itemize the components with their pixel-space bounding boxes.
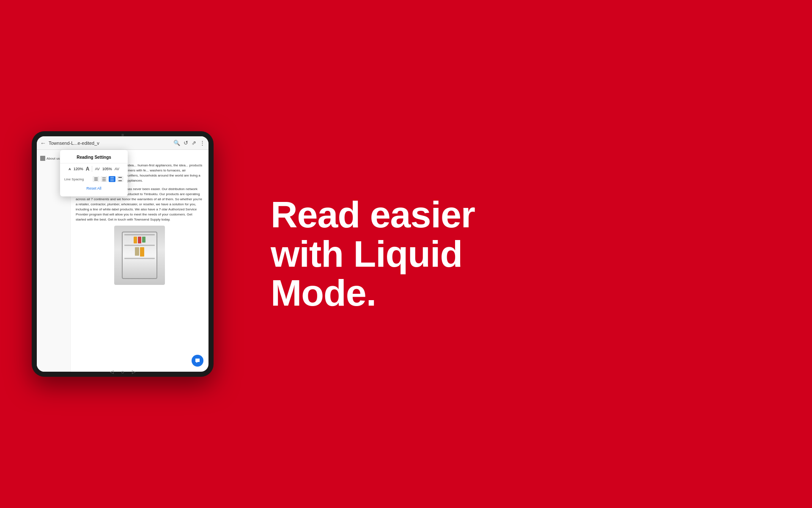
reading-settings-popup: Reading Settings A 120% A AV 105% AV Lin…	[60, 150, 128, 196]
search-icon[interactable]: 🔍	[173, 140, 180, 146]
share-icon[interactable]: ⇗	[192, 140, 196, 146]
nav-home-button[interactable]: ○	[121, 369, 124, 375]
chat-fab-button[interactable]	[192, 355, 203, 367]
nav-recent-button[interactable]: ▷	[132, 369, 135, 375]
popup-title: Reading Settings	[60, 153, 128, 163]
tablet-screen: ← Townsend-L...e-edited_v 🔍 ↺ ⇗ ⋮ About …	[37, 136, 208, 372]
nav-back-button[interactable]: ◁	[110, 369, 113, 375]
font-increase-button[interactable]: A	[86, 166, 90, 172]
hero-text: Read easier with Liquid Mode.	[271, 195, 475, 312]
hero-line-3: Mode.	[271, 272, 376, 314]
topbar-icons: 🔍 ↺ ⇗ ⋮	[173, 140, 205, 146]
sidebar-item-icon	[40, 156, 45, 161]
tablet-bottom-nav: ◁ ○ ▷	[110, 369, 135, 375]
spacing-wider-button[interactable]	[117, 176, 123, 182]
spacing-buttons	[93, 176, 123, 182]
line-spacing-row: Line Spacing	[60, 174, 128, 184]
char-spacing-decrease-button[interactable]: AV	[95, 167, 99, 171]
spacing-wide-button[interactable]	[109, 176, 115, 182]
font-size-value: 120%	[74, 167, 83, 171]
char-spacing-increase-button[interactable]: AV	[115, 167, 119, 171]
screen-topbar: ← Townsend-L...e-edited_v 🔍 ↺ ⇗ ⋮	[37, 136, 208, 150]
left-section: ← Townsend-L...e-edited_v 🔍 ↺ ⇗ ⋮ About …	[0, 0, 245, 508]
spacing-compact-button[interactable]	[93, 176, 99, 182]
more-icon[interactable]: ⋮	[200, 140, 205, 146]
font-decrease-button[interactable]: A	[69, 167, 71, 171]
screen-body: About us. About us. choose Townsend appl…	[37, 150, 208, 372]
hero-line-2: with Liquid	[271, 233, 462, 275]
file-title: Townsend-L...e-edited_v	[49, 141, 171, 146]
fridge-image	[114, 226, 165, 285]
reset-all-button[interactable]: Reset All	[60, 184, 128, 193]
hero-line-1: Read easier	[271, 193, 475, 235]
undo-icon[interactable]: ↺	[184, 140, 188, 146]
spacing-normal-button[interactable]	[101, 176, 107, 182]
right-section: Read easier with Liquid Mode.	[245, 195, 812, 312]
line-spacing-label: Line Spacing	[64, 177, 91, 181]
char-spacing-value: 105%	[102, 167, 112, 171]
tablet-device: ← Townsend-L...e-edited_v 🔍 ↺ ⇗ ⋮ About …	[32, 131, 214, 377]
sidebar-item-label: About us.	[47, 157, 61, 160]
back-arrow-icon[interactable]: ←	[40, 140, 46, 146]
font-controls-row: A 120% A AV 105% AV	[60, 163, 128, 174]
